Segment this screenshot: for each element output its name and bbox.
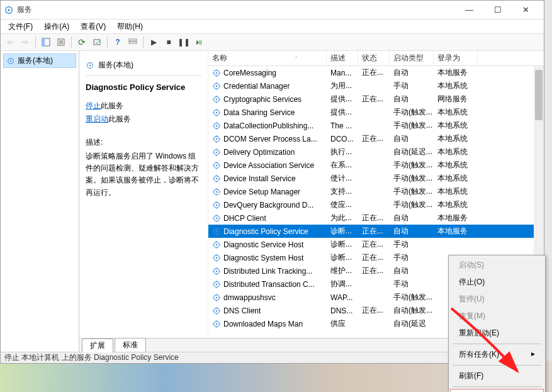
tree-node-local-services[interactable]: 服务(本地)	[3, 53, 76, 68]
cell-desc: 在系...	[327, 159, 358, 172]
cell-status: 正在...	[358, 238, 390, 251]
cell-starttype: 手动	[390, 79, 434, 92]
help-button[interactable]: ?	[111, 35, 125, 49]
service-row[interactable]: Device Association Service在系...手动(触发...本…	[208, 159, 544, 172]
cell-desc: 为此...	[327, 211, 358, 225]
back-button[interactable]: ⇦	[3, 35, 17, 49]
stop-service-button[interactable]: ■	[162, 35, 176, 49]
cell-name: Diagnostic Service Host	[208, 239, 327, 250]
service-row[interactable]: DHCP Client为此...正在...自动本地服务	[208, 211, 544, 225]
cell-desc: 提供...	[327, 92, 358, 106]
properties-button[interactable]	[54, 35, 68, 49]
cell-logon: 本地系统	[434, 172, 478, 185]
service-row[interactable]: Credential Manager为用...手动本地系统	[208, 79, 544, 92]
svg-point-42	[216, 244, 218, 245]
service-row[interactable]: DCOM Server Process La...DCO...正在...自动本地…	[208, 132, 544, 145]
service-row[interactable]: Device Setup Manager支持...手动(触发...本地系统	[208, 185, 544, 198]
cell-name: Diagnostic Policy Service	[208, 226, 327, 237]
col-name[interactable]: 名称ˆ	[208, 51, 327, 65]
ctx-properties[interactable]: 属性(R)	[450, 389, 544, 392]
ctx-all-tasks[interactable]: 所有任务(K)▸	[450, 346, 544, 363]
cell-starttype: 手动	[390, 238, 434, 251]
cell-status: 正在...	[358, 92, 390, 106]
cell-logon: 本地系统	[434, 79, 478, 92]
view-mode-button[interactable]	[126, 35, 140, 49]
start-service-button[interactable]: ▶	[147, 35, 161, 49]
cell-name: Delivery Optimization	[208, 147, 327, 158]
sort-indicator-icon: ˆ	[295, 55, 297, 61]
service-row[interactable]: Diagnostic Policy Service诊断...正在...自动本地服…	[208, 225, 544, 238]
refresh-button[interactable]: ⟳	[75, 35, 89, 49]
scrollbar-thumb[interactable]	[535, 70, 543, 120]
cell-name: CoreMessaging	[208, 67, 327, 79]
cell-desc: 为用...	[327, 79, 358, 92]
description-label: 描述:	[86, 137, 201, 148]
cell-name: DataCollectionPublishing...	[208, 120, 327, 132]
context-menu: 启动(S) 停止(O) 暂停(U) 恢复(M) 重新启动(E) 所有任务(K)▸…	[448, 255, 546, 392]
ctx-stop[interactable]: 停止(O)	[450, 274, 544, 291]
tab-standard[interactable]: 标准	[115, 338, 146, 352]
svg-rect-8	[94, 40, 100, 45]
cell-name: Data Sharing Service	[208, 107, 327, 118]
cell-starttype: 手动(触发...	[390, 119, 434, 132]
col-logon[interactable]: 登录为	[434, 51, 478, 65]
service-row[interactable]: Cryptographic Services提供...正在...自动网络服务	[208, 92, 544, 106]
svg-point-20	[216, 98, 218, 100]
service-row[interactable]: DataCollectionPublishing...The ...手动(触发.…	[208, 119, 544, 132]
show-hide-button[interactable]	[39, 35, 53, 49]
cell-status: 正在...	[358, 132, 390, 145]
cell-desc: DNS...	[327, 305, 358, 316]
svg-point-52	[216, 310, 218, 311]
menu-action[interactable]: 操作(A)	[39, 20, 74, 33]
service-row[interactable]: Device Install Service使计...手动(触发...本地系统	[208, 172, 544, 185]
cell-starttype: 手动	[390, 251, 434, 264]
selected-service-name: Diagnostic Policy Service	[86, 82, 201, 92]
maximize-button[interactable]: ☐	[483, 1, 512, 19]
window-title: 服务	[17, 4, 32, 15]
ctx-resume[interactable]: 恢复(M)	[450, 308, 544, 325]
minimize-button[interactable]: —	[455, 1, 483, 19]
cell-name: Device Setup Manager	[208, 186, 327, 198]
cell-status	[358, 125, 390, 127]
svg-point-40	[216, 230, 218, 232]
ctx-start[interactable]: 启动(S)	[450, 257, 544, 274]
service-row[interactable]: Diagnostic Service Host诊断...正在...手动	[208, 238, 544, 251]
svg-point-28	[216, 151, 218, 153]
svg-point-12	[10, 60, 12, 62]
cell-name: DHCP Client	[208, 213, 327, 224]
restart-service-button[interactable]: ⏯	[192, 35, 206, 49]
cell-logon: 本地系统	[434, 185, 478, 198]
menu-help[interactable]: 帮助(H)	[112, 20, 148, 33]
forward-button[interactable]: ⇨	[18, 35, 32, 49]
svg-point-30	[216, 164, 218, 166]
stop-link[interactable]: 停止	[86, 101, 101, 110]
menu-view[interactable]: 查看(V)	[76, 20, 111, 33]
col-desc[interactable]: 描述	[327, 51, 358, 65]
ctx-pause[interactable]: 暂停(U)	[450, 291, 544, 308]
tab-extended[interactable]: 扩展	[82, 339, 113, 352]
col-starttype[interactable]: 启动类型	[390, 51, 434, 65]
restart-link[interactable]: 重启动	[86, 115, 108, 123]
cell-logon: 本地服务	[434, 211, 478, 225]
export-button[interactable]	[90, 35, 104, 49]
cell-starttype: 手动(触发...	[390, 198, 434, 211]
cell-status	[358, 151, 390, 154]
service-row[interactable]: Data Sharing Service提供...手动(触发...本地系统	[208, 106, 544, 119]
service-row[interactable]: DevQuery Background D...使应...手动(触发...本地系…	[208, 198, 544, 211]
cell-starttype: 手动	[390, 277, 434, 291]
cell-desc: 执行...	[327, 145, 358, 159]
menu-file[interactable]: 文件(F)	[3, 20, 38, 33]
cell-logon: 本地系统	[434, 198, 478, 211]
cell-status: 正在...	[358, 225, 390, 238]
ctx-restart[interactable]: 重新启动(E)	[450, 325, 544, 342]
cell-status: 正在...	[358, 211, 390, 225]
cell-name: DCOM Server Process La...	[208, 133, 327, 145]
panel-title: 服务(本地)	[98, 60, 133, 70]
col-status[interactable]: 状态	[358, 51, 390, 65]
pause-service-button[interactable]: ❚❚	[177, 35, 191, 49]
ctx-refresh[interactable]: 刷新(F)	[450, 367, 544, 384]
close-button[interactable]: ✕	[512, 1, 540, 19]
cell-starttype: 自动(延迟...	[390, 145, 434, 159]
service-row[interactable]: Delivery Optimization执行...自动(延迟...本地系统	[208, 145, 544, 159]
service-row[interactable]: CoreMessagingMan...正在...自动本地服务	[208, 66, 544, 79]
